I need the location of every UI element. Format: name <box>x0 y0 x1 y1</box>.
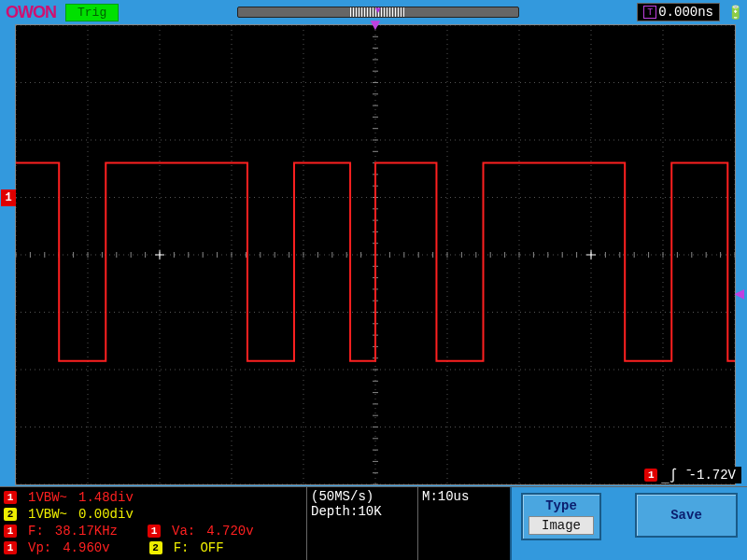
softkey-panel: 1 _∫ ̄ -1.72V Type Image Save <box>510 487 747 560</box>
ch2-f-badge-icon: 2 <box>149 541 162 554</box>
measurement-readouts: 1 1VBW~ 1.48div 2 1VBW~ 0.00div 1 F: 38.… <box>0 487 306 560</box>
freq-label: F: <box>28 523 44 539</box>
trigger-edge-icon: _∫ ̄ <box>661 468 684 483</box>
ch1-scale: 1.48div <box>78 489 134 506</box>
channel-1-ground-marker: 1 <box>1 189 16 206</box>
freq-value: 38.17KHz <box>55 523 118 539</box>
scope-display: ▼ 1 ◀ <box>15 24 736 485</box>
trigger-position-marker-icon: ▼ <box>371 21 381 30</box>
depth-label: Depth: <box>311 504 358 519</box>
vp-value: 4.960v <box>63 539 109 556</box>
trigger-readout: 1 _∫ ̄ -1.72V <box>639 467 741 483</box>
f2-label: F: <box>174 539 190 556</box>
trigger-level-value: -1.72V <box>689 468 736 483</box>
trigger-level-marker-icon: ◀ <box>734 289 744 299</box>
waveform-canvas <box>16 25 735 484</box>
brand-logo: OWON <box>4 3 58 22</box>
ch1-vp-badge-icon: 1 <box>4 541 17 554</box>
softkey-type-option: Image <box>529 516 594 535</box>
vp-label: Vp: <box>28 539 51 556</box>
ch2-scale: 0.00div <box>78 506 134 523</box>
bottom-bar: 1 1VBW~ 1.48div 2 1VBW~ 0.00div 1 F: 38.… <box>0 486 747 560</box>
channel-1-label: 1 <box>5 191 11 204</box>
trig-ch-badge-icon: 1 <box>644 469 657 482</box>
battery-icon: 🔋 <box>727 5 743 21</box>
softkey-save[interactable]: Save <box>635 493 738 538</box>
trigger-time-readout: T 0.000ns <box>637 3 720 21</box>
trigger-t-icon: T <box>643 6 656 19</box>
f2-value: OFF <box>200 539 223 556</box>
main-timebase-value: M:10us <box>422 489 469 504</box>
trigger-time-value: 0.000ns <box>658 5 713 20</box>
softkey-save-label: Save <box>670 508 702 523</box>
softkey-type-label: Type <box>545 498 577 513</box>
depth-value: 10K <box>358 504 381 519</box>
ch1-badge-icon: 1 <box>4 491 17 504</box>
ch2-coupling: 1VBW~ <box>28 506 67 523</box>
acquisition-status: Trig <box>65 4 119 21</box>
ch2-badge-icon: 2 <box>4 508 17 521</box>
va-label: Va: <box>172 523 195 539</box>
ch1-coupling: 1VBW~ <box>28 489 67 506</box>
softkey-type[interactable]: Type Image <box>521 493 601 540</box>
va-value: 4.720v <box>206 523 253 539</box>
main-timebase: M:10us <box>418 487 510 560</box>
ch1-va-badge-icon: 1 <box>148 525 161 538</box>
ch1-freq-badge-icon: 1 <box>4 525 17 538</box>
sample-rate: (50MS/s) <box>311 489 414 504</box>
timebase-readout: (50MS/s) Depth:10K <box>306 487 418 560</box>
trigger-position-top-icon: ▼ <box>375 6 381 16</box>
